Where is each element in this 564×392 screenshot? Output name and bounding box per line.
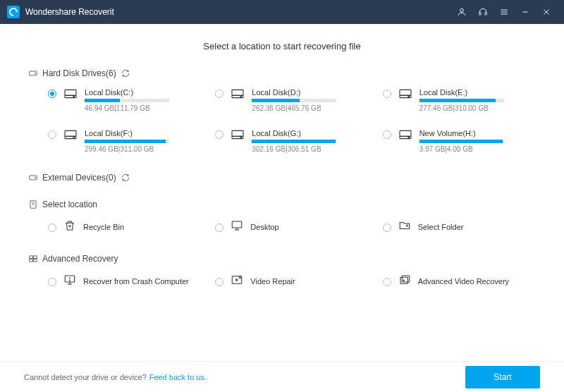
drive-usage-bar [419, 99, 504, 102]
svg-point-28 [408, 137, 410, 138]
drive-usage-bar [252, 140, 336, 143]
drive-size-text: 299.46 GB|311.00 GB [85, 145, 201, 153]
option-radio[interactable] [383, 278, 391, 286]
drive-item[interactable]: Local Disk(D:)262.36 GB|465.76 GB [215, 88, 368, 112]
disk-icon [398, 129, 412, 142]
refresh-icon[interactable] [121, 68, 130, 78]
disk-icon [63, 88, 78, 102]
svg-rect-14 [232, 90, 243, 95]
svg-point-0 [460, 8, 464, 12]
drive-item[interactable]: New Volume(H:)3.97 GB|4.00 GB [383, 129, 536, 153]
feedback-link[interactable]: Feed back to us. [149, 373, 207, 381]
option-label: Recover from Crash Computer [83, 277, 189, 286]
option-item[interactable]: Recover from Crash Computer [48, 274, 201, 288]
footer-text: Cannot detect your drive or device? [24, 373, 147, 381]
advanced-label: Advanced Recovery [42, 254, 118, 264]
crash-icon [63, 274, 76, 288]
svg-point-45 [70, 281, 70, 281]
drive-size-text: 46.94 GB|111.79 GB [85, 104, 201, 112]
refresh-icon[interactable] [121, 173, 130, 183]
drive-radio[interactable] [48, 90, 56, 98]
svg-rect-17 [400, 90, 411, 95]
svg-rect-34 [233, 221, 243, 228]
drive-size-text: 262.36 GB|465.76 GB [252, 104, 368, 112]
user-icon [457, 7, 467, 17]
option-radio[interactable] [48, 223, 56, 232]
select-location-label: Select location [42, 200, 97, 209]
drive-radio[interactable] [383, 130, 391, 139]
drive-item[interactable]: Local Disk(G:)302.16 GB|306.51 GB [215, 129, 368, 153]
hdd-section-header: Hard Disk Drives(6) [28, 68, 536, 78]
svg-rect-20 [65, 130, 76, 136]
headset-icon [478, 7, 488, 17]
drive-usage-bar [419, 140, 504, 143]
svg-rect-2 [485, 13, 486, 15]
svg-rect-1 [479, 13, 481, 15]
footer: Cannot detect your drive or device? Feed… [0, 361, 564, 392]
disk-icon [231, 88, 245, 102]
svg-point-13 [73, 96, 75, 97]
option-radio[interactable] [383, 223, 391, 232]
drive-item[interactable]: Local Disk(E:)277.46 GB|310.00 GB [383, 88, 536, 112]
external-drive-icon [28, 173, 38, 183]
drive-usage-bar [85, 99, 169, 102]
option-radio[interactable] [215, 223, 223, 232]
account-button[interactable] [451, 0, 472, 24]
svg-point-10 [35, 73, 35, 73]
svg-rect-26 [400, 130, 411, 136]
svg-point-22 [73, 137, 75, 138]
svg-point-16 [240, 96, 242, 97]
close-button[interactable] [536, 0, 557, 24]
svg-rect-40 [34, 259, 37, 262]
advanced-section: Advanced Recovery Recover from Crash Com… [28, 254, 536, 288]
drive-radio[interactable] [48, 130, 56, 139]
option-label: Select Folder [418, 223, 464, 231]
svg-rect-37 [30, 256, 33, 259]
external-section: External Devices(0) [28, 173, 536, 197]
option-radio[interactable] [48, 278, 56, 286]
drive-item[interactable]: Local Disk(C:)46.94 GB|111.79 GB [48, 88, 201, 112]
hdd-section: Hard Disk Drives(6) Local Disk(C:)46.94 … [28, 68, 536, 153]
external-section-header: External Devices(0) [28, 173, 536, 183]
disk-icon [231, 129, 245, 142]
svg-rect-38 [34, 256, 37, 259]
help-button[interactable] [472, 0, 494, 24]
start-button[interactable]: Start [465, 366, 540, 388]
svg-point-30 [35, 177, 35, 178]
option-radio[interactable] [215, 278, 223, 286]
drive-label: Local Disk(F:) [85, 129, 201, 137]
option-item[interactable]: Desktop [215, 219, 368, 234]
drive-label: Local Disk(C:) [85, 88, 201, 97]
drive-item[interactable]: Local Disk(F:)299.46 GB|311.00 GB [48, 129, 201, 153]
advanced-icon [28, 254, 38, 264]
drive-radio[interactable] [215, 130, 223, 139]
minimize-icon [520, 7, 530, 17]
drive-radio[interactable] [383, 90, 391, 98]
option-label: Recycle Bin [83, 223, 124, 231]
app-title: Wondershare Recoverit [25, 7, 114, 17]
option-item[interactable]: Video Repair [215, 274, 368, 288]
svg-rect-11 [65, 90, 76, 95]
svg-point-19 [408, 96, 410, 97]
select-location-section: Select location Recycle BinDesktopSelect… [28, 200, 536, 234]
page-title: Select a location to start recovering fi… [28, 41, 536, 51]
minimize-button[interactable] [515, 0, 536, 24]
drive-label: New Volume(H:) [419, 129, 536, 137]
svg-point-47 [239, 276, 241, 278]
option-item[interactable]: Recycle Bin [48, 219, 201, 234]
titlebar: Wondershare Recoverit [0, 0, 564, 24]
option-item[interactable]: Select Folder [383, 219, 536, 234]
option-label: Video Repair [250, 277, 295, 286]
option-item[interactable]: Advanced Video Recovery [383, 274, 536, 288]
menu-button[interactable] [494, 0, 515, 24]
option-label: Desktop [250, 223, 278, 231]
advanced-video-icon [398, 274, 411, 288]
external-section-label: External Devices(0) [42, 173, 116, 183]
drive-label: Local Disk(G:) [252, 129, 368, 137]
svg-rect-39 [30, 259, 33, 262]
hdd-section-label: Hard Disk Drives(6) [42, 68, 116, 78]
drive-label: Local Disk(E:) [419, 88, 536, 97]
menu-icon [499, 7, 509, 17]
drive-label: Local Disk(D:) [252, 88, 368, 97]
drive-radio[interactable] [215, 90, 223, 98]
